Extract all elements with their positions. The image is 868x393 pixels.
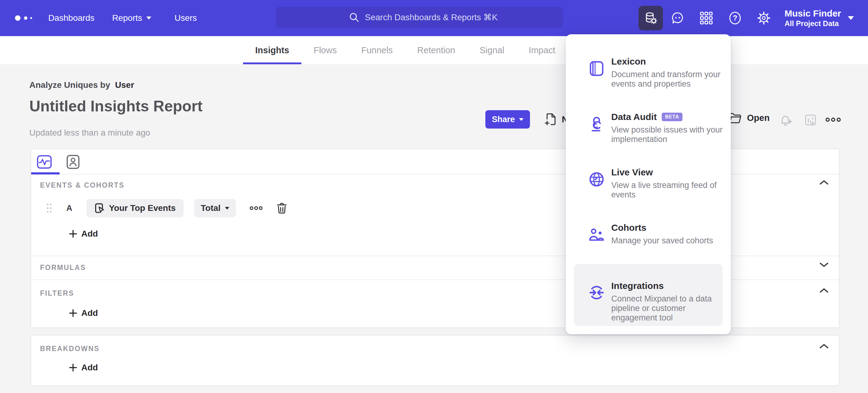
caret-down-icon bbox=[146, 17, 151, 20]
add-breakdown-button[interactable]: Add bbox=[69, 363, 98, 372]
updated-timestamp: Updated less than a minute ago bbox=[29, 128, 150, 138]
event-cursor-icon bbox=[94, 203, 104, 214]
chevron-up-icon bbox=[819, 343, 829, 349]
profile-card-icon bbox=[67, 155, 80, 169]
analyze-selector-row: Analyze Uniques by User bbox=[29, 80, 134, 90]
add-event-button[interactable]: Add bbox=[69, 229, 98, 239]
add-to-board-button[interactable] bbox=[803, 113, 818, 127]
active-view-underline bbox=[31, 172, 60, 174]
nav-reports-label: Reports bbox=[112, 13, 142, 23]
tab-impact[interactable]: Impact bbox=[517, 36, 567, 64]
tab-events-view[interactable] bbox=[37, 154, 52, 170]
nav-users[interactable]: Users bbox=[175, 0, 197, 36]
page-title[interactable]: Untitled Insights Report bbox=[29, 97, 203, 115]
add-filter-button[interactable]: Add bbox=[69, 308, 98, 318]
data-management-button[interactable] bbox=[639, 6, 663, 30]
mixpanel-logo-icon[interactable] bbox=[13, 13, 33, 23]
nav-reports[interactable]: Reports bbox=[112, 0, 151, 36]
plus-icon bbox=[69, 230, 77, 238]
caret-down-icon bbox=[225, 207, 229, 210]
live-view-icon bbox=[589, 172, 604, 187]
top-navigation-bar: Dashboards Reports Users bbox=[0, 0, 868, 36]
nav-users-label: Users bbox=[175, 13, 197, 23]
menu-item-live-view[interactable]: Live View View a live streaming feed of … bbox=[566, 145, 731, 200]
help-button[interactable]: ? bbox=[728, 11, 742, 25]
tab-profiles-view[interactable] bbox=[65, 154, 81, 170]
beta-badge: BETA bbox=[662, 113, 682, 121]
project-info: Music Finder All Project Data bbox=[784, 9, 841, 27]
cohorts-icon bbox=[589, 227, 604, 243]
new-document-icon bbox=[545, 113, 557, 126]
events-collapse-button[interactable] bbox=[819, 180, 829, 185]
metric-name: Total bbox=[201, 203, 221, 213]
search-input[interactable] bbox=[276, 7, 563, 28]
integrations-icon bbox=[589, 285, 604, 300]
metric-select-button[interactable]: Total bbox=[194, 199, 236, 217]
report-type-tabs: Insights Flows Funnels Retention Signal … bbox=[0, 36, 868, 64]
gear-icon bbox=[757, 11, 771, 25]
feedback-button[interactable] bbox=[671, 11, 684, 25]
grid-icon bbox=[700, 11, 713, 25]
chart-plus-icon bbox=[803, 113, 818, 127]
formulas-section-label: FORMULAS bbox=[40, 263, 86, 272]
global-search[interactable] bbox=[276, 7, 563, 28]
row-more-icon[interactable] bbox=[249, 206, 263, 210]
pulse-chart-icon bbox=[37, 155, 52, 169]
caret-down-icon bbox=[848, 16, 854, 20]
tab-signal[interactable]: Signal bbox=[467, 36, 517, 64]
more-options-button[interactable] bbox=[825, 117, 841, 122]
breakdowns-section-label: BREAKDOWNS bbox=[40, 345, 100, 353]
plus-icon bbox=[69, 364, 77, 371]
lexicon-icon bbox=[589, 61, 604, 76]
tab-insights[interactable]: Insights bbox=[243, 36, 301, 64]
menu-item-cohorts[interactable]: Cohorts Manage your saved cohorts bbox=[566, 200, 731, 256]
breakdowns-collapse-button[interactable] bbox=[819, 343, 829, 349]
nav-dashboards-label: Dashboards bbox=[48, 13, 94, 23]
events-section-label: EVENTS & COHORTS bbox=[40, 181, 124, 190]
data-audit-icon bbox=[589, 116, 604, 132]
data-management-menu: Lexicon Document and transform your even… bbox=[566, 34, 731, 334]
menu-item-integrations[interactable]: Integrations Connect Mixpanel to a data … bbox=[566, 256, 731, 326]
topbar-right-controls: ? Music Finder All Project Data bbox=[639, 0, 854, 36]
project-name: Music Finder bbox=[784, 9, 841, 18]
chevron-down-icon bbox=[819, 262, 829, 268]
svg-text:?: ? bbox=[733, 14, 738, 22]
delete-row-icon[interactable] bbox=[277, 203, 287, 214]
menu-item-lexicon[interactable]: Lexicon Document and transform your even… bbox=[566, 34, 731, 90]
settings-button[interactable] bbox=[757, 11, 771, 25]
event-select-button[interactable]: Your Top Events bbox=[87, 199, 184, 217]
series-letter: A bbox=[66, 203, 72, 213]
add-alert-button[interactable] bbox=[778, 113, 793, 127]
analyze-prefix: Analyze Uniques by bbox=[29, 80, 110, 90]
bell-plus-icon bbox=[778, 113, 793, 127]
event-name: Your Top Events bbox=[109, 203, 176, 213]
tab-flows[interactable]: Flows bbox=[301, 36, 349, 64]
menu-item-data-audit[interactable]: Data Audit BETA View possible issues wit… bbox=[566, 90, 731, 145]
breakdowns-card: BREAKDOWNS Add bbox=[31, 335, 840, 386]
drag-handle-icon[interactable] bbox=[46, 203, 52, 213]
project-selector[interactable]: Music Finder All Project Data bbox=[784, 9, 854, 27]
analyze-value-dropdown[interactable]: User bbox=[115, 80, 134, 90]
apps-grid-button[interactable] bbox=[700, 11, 713, 25]
open-report-button[interactable]: Open bbox=[728, 112, 770, 124]
tab-retention[interactable]: Retention bbox=[405, 36, 467, 64]
chevron-up-icon bbox=[819, 180, 829, 185]
help-icon: ? bbox=[728, 11, 742, 25]
plus-icon bbox=[69, 309, 77, 317]
chat-bubble-icon bbox=[671, 11, 684, 25]
chevron-up-icon bbox=[819, 288, 829, 293]
project-scope: All Project Data bbox=[784, 20, 841, 27]
nav-dashboards[interactable]: Dashboards bbox=[48, 0, 94, 36]
filters-section-label: FILTERS bbox=[40, 289, 74, 298]
database-gear-icon bbox=[644, 11, 658, 25]
caret-down-icon bbox=[519, 118, 524, 121]
tab-funnels[interactable]: Funnels bbox=[349, 36, 405, 64]
more-dots-icon bbox=[825, 117, 841, 122]
formulas-expand-button[interactable] bbox=[819, 262, 829, 268]
filters-collapse-button[interactable] bbox=[819, 288, 829, 293]
share-button[interactable]: Share bbox=[485, 110, 530, 129]
